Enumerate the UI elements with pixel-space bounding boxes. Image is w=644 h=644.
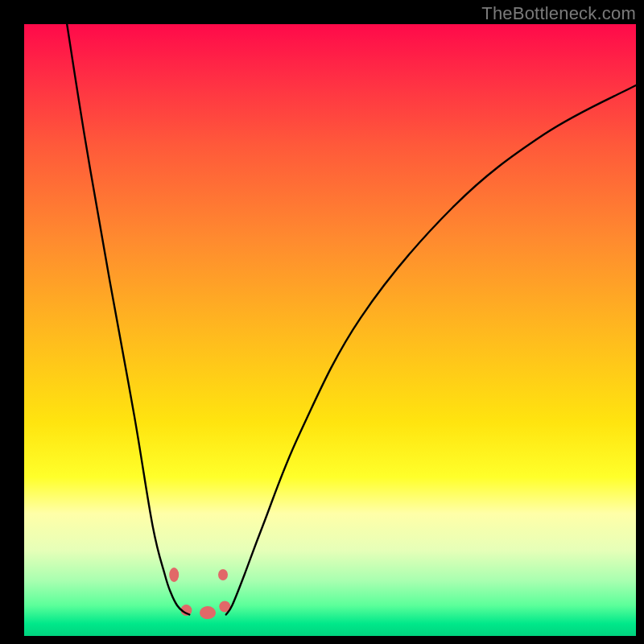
curve-right-branch (226, 85, 636, 614)
chart-svg (24, 24, 636, 636)
curve-left-branch (67, 24, 189, 614)
plot-area (24, 24, 636, 636)
valley-markers (169, 568, 230, 619)
chart-frame: TheBottleneck.com (0, 0, 644, 644)
valley-marker-0 (169, 568, 179, 582)
valley-marker-3 (200, 606, 216, 619)
valley-marker-1 (218, 569, 228, 580)
watermark-text: TheBottleneck.com (481, 3, 636, 24)
